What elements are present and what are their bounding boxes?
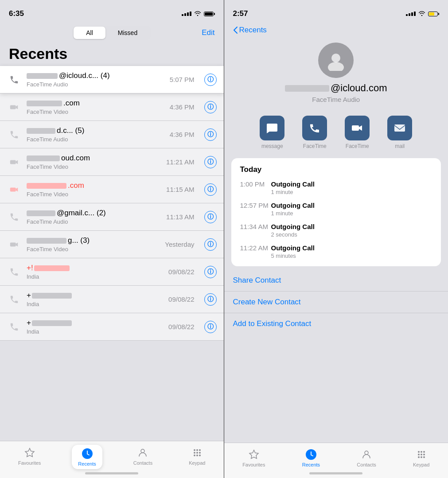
facetime-video-icon-box (345, 116, 370, 140)
clock-icon-right (305, 448, 317, 461)
history-type-1: Outgoing Call (271, 180, 432, 188)
call-info-3: d.c... (5) FaceTime Audio (27, 126, 164, 143)
call-row-2[interactable]: .com FaceTime Video 4:36 PM ⓘ (0, 93, 224, 121)
action-facetime-audio[interactable]: FaceTime (297, 116, 332, 149)
call-type-icon-4 (7, 155, 21, 169)
call-subtype-2: FaceTime Video (27, 109, 164, 115)
grid-icon-left (191, 447, 203, 459)
svg-point-27 (418, 456, 420, 458)
call-subtype-5: FaceTime Video (27, 191, 161, 198)
call-row-5[interactable]: .com FaceTime Video 11:15 AM ⓘ (0, 176, 224, 203)
svg-point-8 (199, 449, 201, 451)
call-time-10: 09/08/22 (168, 323, 194, 330)
history-time-1: 1:00 PM (240, 180, 271, 188)
action-mail[interactable]: mail (382, 116, 417, 149)
info-button-5[interactable]: ⓘ (204, 183, 217, 196)
call-time-5: 11:15 AM (166, 186, 194, 193)
nav-label-favourites-right: Favourites (242, 462, 265, 467)
info-button-8[interactable]: ⓘ (204, 266, 217, 278)
action-buttons: message FaceTime FaceTime (224, 110, 448, 155)
call-subtype-6: FaceTime Audio (27, 218, 161, 225)
nav-keypad-right[interactable]: Keypad (408, 447, 435, 469)
call-row-9[interactable]: + India 09/08/22 ⓘ (0, 286, 224, 313)
history-duration-1: 1 minute (271, 189, 432, 195)
nav-contacts-left[interactable]: Contacts (128, 445, 158, 469)
add-existing-contact-link[interactable]: Add to Existing Contact (224, 313, 448, 334)
svg-rect-17 (352, 125, 359, 131)
star-icon-right (248, 448, 260, 461)
call-name-text-1: @icloud.c... (4) (59, 71, 110, 80)
call-row-1[interactable]: @icloud.c... (4) FaceTime Audio 5:07 PM … (0, 66, 224, 93)
all-tab[interactable]: All (74, 27, 105, 39)
info-button-10[interactable]: ⓘ (204, 321, 217, 333)
call-type-icon-2 (7, 100, 21, 114)
left-status-icons (182, 10, 215, 18)
info-button-1[interactable]: ⓘ (204, 74, 217, 86)
history-detail-1: Outgoing Call 1 minute (271, 180, 432, 195)
nav-recents-left[interactable]: Recents (72, 445, 102, 469)
info-button-6[interactable]: ⓘ (204, 211, 217, 223)
call-subtype-9: India (27, 301, 163, 307)
info-button-3[interactable]: ⓘ (204, 128, 217, 141)
call-subtype-8: India (27, 273, 163, 280)
clock-icon-left (81, 447, 93, 460)
nav-contacts-right[interactable]: Contacts (351, 447, 381, 469)
nav-recents-right[interactable]: Recents (297, 447, 325, 469)
nav-keypad-left[interactable]: Keypad (183, 445, 210, 469)
svg-point-16 (328, 62, 344, 71)
share-contact-link[interactable]: Share Contact (224, 270, 448, 291)
nav-label-keypad-left: Keypad (189, 460, 205, 466)
action-facetime-video[interactable]: FaceTime (339, 116, 375, 149)
history-time-3: 11:34 AM (240, 223, 271, 230)
right-status-icons (406, 10, 439, 18)
call-type-icon-8 (7, 265, 21, 279)
info-button-2[interactable]: ⓘ (204, 101, 217, 113)
info-button-4[interactable]: ⓘ (204, 156, 217, 168)
call-info-1: @icloud.c... (4) FaceTime Audio (27, 71, 164, 88)
history-item-2: 12:57 PM Outgoing Call 1 minute (240, 202, 432, 217)
nav-favourites-left[interactable]: Favourites (13, 445, 46, 469)
call-info-6: @gmail.c... (2) FaceTime Audio (27, 209, 161, 225)
svg-point-20 (365, 451, 368, 455)
call-type-icon-6 (7, 210, 21, 224)
svg-point-26 (423, 454, 425, 455)
history-detail-3: Outgoing Call 2 seconds (271, 223, 432, 238)
signal-icon-right (406, 12, 416, 16)
call-row-6[interactable]: @gmail.c... (2) FaceTime Audio 11:13 AM … (0, 203, 224, 231)
call-time-8: 09/08/22 (168, 268, 194, 276)
wifi-icon (194, 10, 201, 18)
history-type-2: Outgoing Call (271, 202, 432, 209)
info-button-9[interactable]: ⓘ (204, 293, 217, 306)
svg-point-28 (421, 456, 422, 458)
call-row-10[interactable]: + India 09/08/22 ⓘ (0, 313, 224, 341)
call-info-7: g... (3) FaceTime Video (27, 236, 160, 253)
nav-label-keypad-right: Keypad (413, 462, 429, 467)
back-button[interactable]: Recents (224, 22, 276, 38)
call-row-8[interactable]: +! India 09/08/22 ⓘ (0, 258, 224, 286)
svg-point-23 (423, 451, 425, 453)
segment-control: All Missed (73, 26, 151, 40)
recents-title: Recents (0, 43, 224, 66)
info-button-7[interactable]: ⓘ (204, 238, 217, 251)
svg-point-29 (423, 456, 425, 458)
action-label-facetime-audio: FaceTime (303, 143, 327, 149)
call-subtype-1: FaceTime Audio (27, 81, 164, 88)
status-bar-left: 6:35 (0, 0, 224, 22)
call-subtype-7: FaceTime Video (27, 246, 160, 253)
status-bar-right: 2:57 (224, 0, 448, 22)
history-type-3: Outgoing Call (271, 223, 432, 230)
nav-label-recents-left: Recents (78, 461, 96, 466)
edit-button[interactable]: Edit (202, 28, 214, 37)
svg-point-14 (199, 455, 201, 456)
call-row-3[interactable]: d.c... (5) FaceTime Audio 4:36 PM ⓘ (0, 121, 224, 148)
call-row-7[interactable]: g... (3) FaceTime Video Yesterday ⓘ (0, 231, 224, 258)
missed-tab[interactable]: Missed (105, 27, 150, 39)
action-message[interactable]: message (254, 116, 290, 149)
back-label: Recents (239, 26, 267, 35)
star-icon (23, 447, 36, 459)
call-row-4[interactable]: oud.com FaceTime Video 11:21 AM ⓘ (0, 148, 224, 176)
nav-favourites-right[interactable]: Favourites (237, 447, 270, 469)
svg-point-21 (418, 451, 420, 453)
create-contact-link[interactable]: Create New Contact (224, 291, 448, 313)
svg-rect-18 (394, 124, 405, 132)
